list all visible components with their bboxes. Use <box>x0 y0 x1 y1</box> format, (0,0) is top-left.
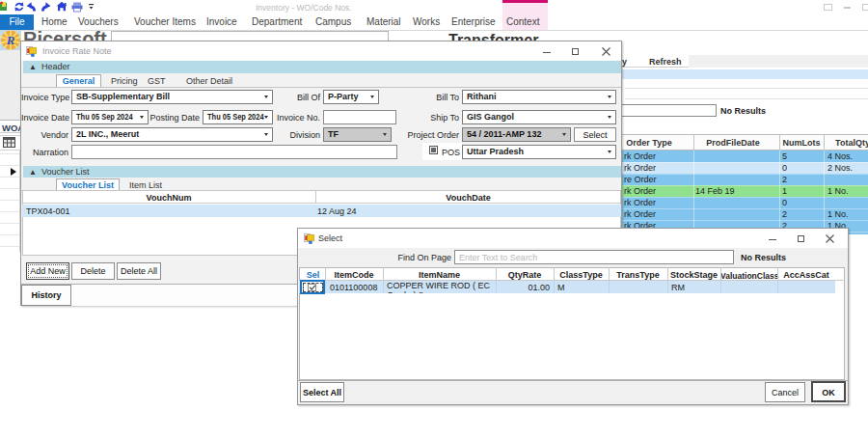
svg-text:R: R <box>6 33 15 47</box>
